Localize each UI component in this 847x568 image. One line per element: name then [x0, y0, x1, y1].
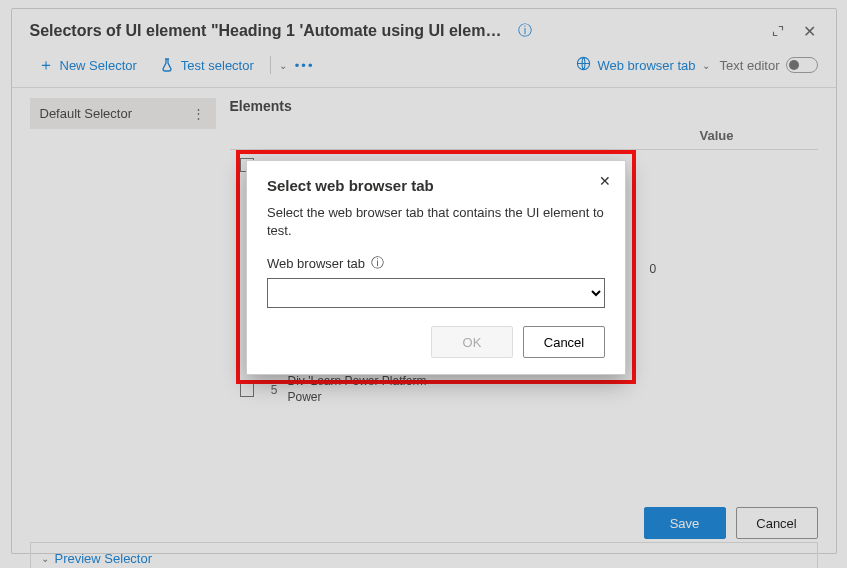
- ok-button[interactable]: OK: [431, 326, 513, 358]
- field-label: Web browser tab ⓘ: [267, 254, 605, 272]
- dialog-title: Select web browser tab: [267, 177, 605, 194]
- web-browser-tab-select[interactable]: [267, 278, 605, 308]
- dialog-body: Select the web browser tab that contains…: [267, 204, 605, 240]
- info-icon[interactable]: ⓘ: [371, 254, 384, 272]
- dialog-actions: OK Cancel: [267, 326, 605, 358]
- field-label-text: Web browser tab: [267, 256, 365, 271]
- cancel-button[interactable]: Cancel: [523, 326, 605, 358]
- close-icon[interactable]: ✕: [599, 173, 611, 189]
- select-browser-tab-dialog: ✕ Select web browser tab Select the web …: [246, 160, 626, 375]
